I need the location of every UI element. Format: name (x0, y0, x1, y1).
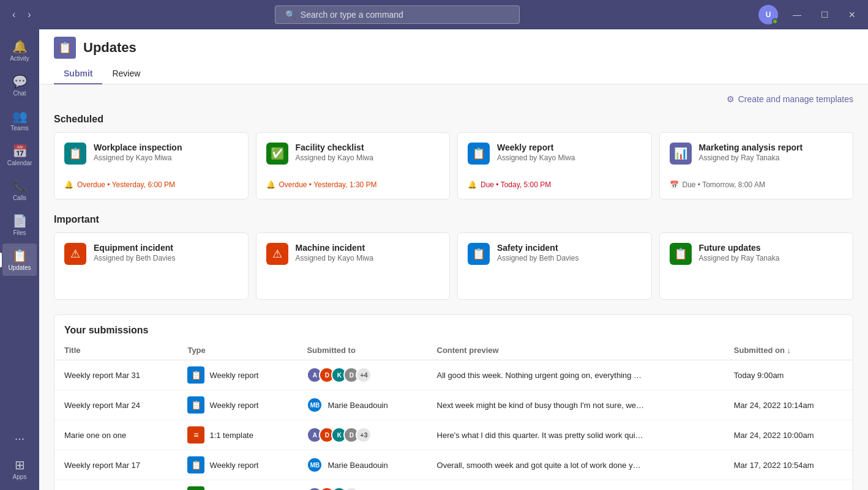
calls-icon: 📞 (12, 179, 28, 193)
page-icon: 📋 (54, 37, 76, 59)
avatars-row3: A D K D +3 (307, 427, 417, 443)
type-icon-row4: 📋 (187, 456, 204, 473)
card-status-facility: 🔔 Overdue • Yesterday, 1:30 PM (266, 180, 440, 189)
sidebar-label-apps: Apps (13, 473, 27, 480)
card-weekly-report[interactable]: 📋 Weekly report Assigned by Kayo Miwa 🔔 … (457, 132, 652, 199)
card-top-safety: 📋 Safety incident Assigned by Beth Davie… (468, 243, 642, 265)
card-safety-incident[interactable]: 📋 Safety incident Assigned by Beth Davie… (457, 232, 652, 300)
card-icon-safety: 📋 (468, 243, 490, 265)
submissions-table: Title Type Submitted to Content preview … (54, 341, 853, 490)
cell-date-row2: Mar 24, 2022 10:14am (724, 390, 853, 420)
user-avatar[interactable]: U (758, 5, 778, 24)
col-submitted-on[interactable]: Submitted on (724, 341, 853, 360)
sidebar-item-updates[interactable]: 📋 Updates (2, 243, 37, 276)
overdue-icon-facility: 🔔 (266, 180, 275, 189)
card-facility-checklist[interactable]: ✅ Facility checklist Assigned by Kayo Mi… (256, 132, 451, 199)
cell-submitted-to-row4: MB Marie Beaudouin (297, 450, 427, 480)
page-header: 📋 Updates Submit Review (39, 29, 868, 84)
close-button[interactable]: ✕ (844, 7, 861, 22)
status-text-workplace: Overdue • Yesterday, 6:00 PM (77, 180, 175, 189)
cell-preview-row4: Overall, smooth week and got quite a lot… (427, 450, 724, 480)
page-tabs: Submit Review (54, 64, 853, 84)
card-icon-future: 📋 (670, 243, 692, 265)
card-workplace-inspection[interactable]: 📋 Workplace inspection Assigned by Kayo … (54, 132, 249, 199)
forward-button[interactable]: › (23, 7, 36, 23)
cell-submitted-to-row1: A D K D +4 (297, 360, 427, 390)
table-row[interactable]: Weekly report Mar 31 📋 Weekly report A (54, 360, 853, 390)
cell-type-row5: 🏪 Store check-in (178, 480, 297, 491)
cell-submitted-to-row5: A D K +2 (297, 480, 427, 491)
minimize-button[interactable]: — (788, 7, 806, 22)
type-label-row2: Weekly report (209, 401, 258, 410)
card-info-workplace: Workplace inspection Assigned by Kayo Mi… (94, 143, 182, 162)
col-content-preview: Content preview (427, 341, 724, 360)
cell-date-row3: Mar 24, 2022 10:00am (724, 420, 853, 450)
page-header-top: 📋 Updates (54, 37, 853, 59)
cell-title-row1: Weekly report Mar 31 (54, 360, 178, 390)
type-badge-row5: 🏪 Store check-in (187, 486, 287, 490)
card-top-marketing: 📊 Marketing analysis report Assigned by … (670, 143, 844, 165)
scheduled-cards: 📋 Workplace inspection Assigned by Kayo … (54, 132, 853, 199)
type-icon-row3: ≡ (187, 426, 204, 444)
cell-preview-row1: All good this week. Nothing urgent going… (427, 360, 724, 390)
table-row[interactable]: Weekly report Mar 24 📋 Weekly report MB (54, 390, 853, 420)
cell-type-row1: 📋 Weekly report (178, 360, 297, 390)
card-status-weekly: 🔔 Due • Today, 5:00 PM (468, 180, 642, 189)
apps-icon: ⊞ (15, 458, 25, 472)
tab-submit[interactable]: Submit (54, 64, 102, 84)
overdue-icon-workplace: 🔔 (64, 180, 73, 189)
card-status-marketing: 📅 Due • Tomorrow, 8:00 AM (670, 180, 844, 189)
card-future-updates[interactable]: 📋 Future updates Assigned by Ray Tanaka (659, 232, 854, 300)
sidebar-item-calls[interactable]: 📞 Calls (2, 174, 37, 206)
type-label-row4: Weekly report (209, 461, 258, 470)
avatar-mb-row4: MB (307, 457, 323, 473)
col-title: Title (54, 341, 178, 360)
content-area: ⚙ Create and manage templates Scheduled … (39, 84, 868, 490)
sidebar-item-files[interactable]: 📄 Files (2, 209, 37, 241)
online-indicator (772, 18, 778, 24)
status-text-marketing: Due • Tomorrow, 8:00 AM (683, 180, 765, 189)
card-title-equipment: Equipment incident (94, 243, 175, 253)
type-badge-row2: 📋 Weekly report (187, 396, 287, 414)
create-manage-link[interactable]: ⚙ Create and manage templates (727, 94, 853, 104)
table-row[interactable]: Store check-in 🏪 Store check-in A (54, 480, 853, 491)
sidebar-item-apps[interactable]: ⊞ Apps (2, 453, 37, 485)
card-assignee-facility: Assigned by Kayo Miwa (296, 154, 373, 162)
cell-type-row4: 📋 Weekly report (178, 450, 297, 480)
table-row[interactable]: Weekly report Mar 17 📋 Weekly report MB (54, 450, 853, 480)
more-button[interactable]: ··· (10, 426, 30, 450)
avatar-name-row2: Marie Beaudouin (327, 401, 387, 410)
card-icon-facility: ✅ (266, 143, 288, 165)
sidebar-item-calendar[interactable]: 📅 Calendar (2, 139, 37, 171)
avatars-row4: MB Marie Beaudouin (307, 457, 417, 473)
submissions-section: Your submissions Title Type Submitted to… (54, 314, 853, 490)
card-assignee-marketing: Assigned by Ray Tanaka (699, 154, 803, 162)
sidebar-item-activity[interactable]: 🔔 Activity (2, 34, 37, 67)
card-info-future: Future updates Assigned by Ray Tanaka (699, 243, 780, 262)
sidebar-item-teams[interactable]: 👥 Teams (2, 104, 37, 136)
status-text-facility: Overdue • Yesterday, 1:30 PM (279, 180, 377, 189)
cell-title-row5: Store check-in (54, 480, 178, 491)
card-icon-marketing: 📊 (670, 143, 692, 165)
card-title-workplace: Workplace inspection (94, 143, 182, 152)
type-label-row1: Weekly report (209, 371, 258, 380)
type-label-row3: 1:1 template (209, 431, 253, 440)
tab-review[interactable]: Review (102, 64, 150, 84)
back-button[interactable]: ‹ (7, 7, 20, 23)
card-title-machine: Machine incident (296, 243, 373, 253)
card-marketing[interactable]: 📊 Marketing analysis report Assigned by … (659, 132, 854, 199)
maximize-button[interactable]: ☐ (816, 7, 834, 22)
table-header-row: Title Type Submitted to Content preview … (54, 341, 853, 360)
avatars-row2: MB Marie Beaudouin (307, 397, 417, 413)
card-assignee-weekly: Assigned by Kayo Miwa (497, 154, 575, 162)
card-info-safety: Safety incident Assigned by Beth Davies (497, 243, 578, 262)
page-title: Updates (83, 40, 137, 56)
card-equipment-incident[interactable]: ⚠ Equipment incident Assigned by Beth Da… (54, 232, 249, 300)
card-machine-incident[interactable]: ⚠ Machine incident Assigned by Kayo Miwa (256, 232, 451, 300)
sidebar-item-chat[interactable]: 💬 Chat (2, 69, 37, 102)
card-top-facility: ✅ Facility checklist Assigned by Kayo Mi… (266, 143, 440, 165)
type-badge-row4: 📋 Weekly report (187, 456, 287, 473)
cell-submitted-to-row2: MB Marie Beaudouin (297, 390, 427, 420)
search-bar[interactable]: 🔍 Search or type a command (275, 6, 520, 24)
table-row[interactable]: Marie one on one ≡ 1:1 template A (54, 420, 853, 450)
